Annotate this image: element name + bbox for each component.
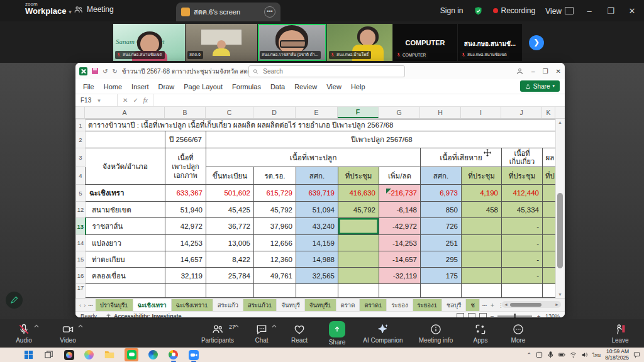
sheet-cell[interactable] bbox=[338, 268, 379, 284]
sheet-cell[interactable]: - bbox=[502, 235, 543, 251]
subheader-cell[interactable]: เพิ่ม/ลด bbox=[379, 167, 421, 185]
sheet-cell[interactable]: 501,602 bbox=[206, 185, 254, 202]
sign-in-button[interactable]: Sign in bbox=[440, 6, 464, 15]
row-header[interactable]: 15 bbox=[76, 251, 86, 268]
scroll-down-icon[interactable]: ▼ bbox=[558, 292, 562, 297]
column-header-E[interactable]: E bbox=[296, 107, 338, 118]
speaker-icon[interactable] bbox=[581, 351, 588, 358]
sheet-cell[interactable]: 37,960 bbox=[254, 218, 296, 235]
menu-formulas[interactable]: Formulas bbox=[232, 83, 261, 90]
scroll-up-icon[interactable]: ▲ bbox=[558, 120, 562, 124]
excel-title-bar[interactable]: ↺ ↻ ข้าวนาปี 2567-68 ตารางประชุมร่วมจังห… bbox=[75, 63, 565, 79]
leave-button[interactable]: Leave bbox=[604, 319, 636, 348]
accessibility-status[interactable]: Accessibility: Investigate bbox=[114, 313, 182, 317]
harvest-header-cell[interactable]: เนื้อที่เก็บเกี่ยว bbox=[502, 148, 543, 167]
sheet-cell[interactable] bbox=[462, 284, 502, 298]
sheet-cell[interactable]: 4,190 bbox=[462, 185, 502, 202]
district-name-cell[interactable]: สนามชัยเขต bbox=[86, 202, 165, 218]
video-tile[interactable]: สนง.กษอ.ราชสาส์น (อชาติ ดำ... bbox=[258, 24, 326, 61]
copilot-icon[interactable] bbox=[84, 350, 94, 360]
sheet-cell[interactable]: 45,425 bbox=[206, 202, 254, 218]
district-name-cell[interactable]: แปลงยาว bbox=[86, 235, 165, 251]
sheet-cell[interactable] bbox=[86, 284, 165, 298]
more-button[interactable]: More bbox=[502, 319, 535, 348]
tab-options-icon[interactable]: ••• bbox=[264, 6, 275, 18]
column-header-H[interactable]: H bbox=[420, 107, 461, 118]
redo-icon[interactable]: ↻ bbox=[112, 68, 117, 75]
minimize-button[interactable]: – bbox=[584, 6, 595, 16]
subheader-cell[interactable]: สศก. bbox=[296, 167, 338, 185]
sheet-tab[interactable]: ตราด bbox=[336, 299, 360, 311]
menu-review[interactable]: Review bbox=[294, 83, 317, 90]
menu-page-layout[interactable]: Page Layout bbox=[184, 83, 223, 90]
sheet-cell[interactable]: -216,737 bbox=[379, 185, 421, 202]
row-header[interactable]: 12 bbox=[76, 202, 86, 218]
vscroll-thumb[interactable] bbox=[557, 193, 563, 268]
sheet-cell[interactable] bbox=[338, 235, 379, 251]
recording-indicator[interactable]: Recording bbox=[493, 6, 536, 15]
sheet-tab[interactable]: ชลบุรี bbox=[442, 299, 466, 311]
sheet-cell[interactable]: 13,005 bbox=[206, 235, 254, 251]
subheader-cell[interactable]: ที่ประชุม bbox=[462, 167, 502, 185]
subheader-cell[interactable]: ขึ้นทะเบียน bbox=[206, 167, 254, 185]
sheet-cell[interactable]: 32,565 bbox=[296, 268, 338, 284]
audio-chevron-icon[interactable] bbox=[34, 324, 39, 328]
line-icon[interactable] bbox=[127, 350, 136, 359]
formula-input[interactable] bbox=[153, 94, 565, 106]
video-button[interactable]: Video bbox=[52, 319, 84, 348]
zoom-percentage[interactable]: 130% bbox=[545, 313, 560, 317]
district-name-cell[interactable]: ท่าตะเกียบ bbox=[86, 251, 165, 268]
tray-mic-icon[interactable] bbox=[547, 351, 554, 358]
sheet-tab[interactable]: ระยอง bbox=[387, 299, 413, 311]
language-indicator[interactable]: ไทย bbox=[592, 351, 601, 359]
sheet-cell[interactable]: 14,657 bbox=[165, 251, 206, 268]
sheet-tab[interactable]: ฉะเชิงเทรา1 bbox=[172, 299, 213, 311]
task-view-button[interactable] bbox=[44, 350, 54, 360]
close-button[interactable]: ✕ bbox=[626, 6, 638, 16]
next-videos-button[interactable]: ❯ bbox=[529, 35, 544, 50]
sheet-cell[interactable]: 175 bbox=[421, 268, 462, 284]
confirm-entry-icon[interactable]: ✓ bbox=[133, 97, 138, 104]
sheet-cell[interactable]: 295 bbox=[421, 251, 462, 268]
hscroll-thumb[interactable] bbox=[510, 303, 541, 307]
sheet-cell[interactable] bbox=[462, 268, 502, 284]
sheet-cell[interactable]: 12,656 bbox=[254, 235, 296, 251]
cancel-entry-icon[interactable]: ✕ bbox=[123, 97, 128, 104]
sheet-cell[interactable] bbox=[379, 284, 421, 298]
share-screen-button[interactable]: Share bbox=[321, 319, 353, 348]
page-break-view-icon[interactable] bbox=[479, 313, 487, 318]
sheet-cell[interactable]: -6,148 bbox=[379, 202, 421, 218]
chrome-icon[interactable] bbox=[169, 350, 179, 360]
edge-icon[interactable] bbox=[148, 350, 158, 360]
sheet-cell[interactable]: 458 bbox=[462, 202, 502, 218]
sheet-cell[interactable]: 42,972 bbox=[165, 218, 206, 235]
menu-draw[interactable]: Draw bbox=[158, 83, 175, 90]
search-box[interactable] bbox=[248, 65, 405, 77]
row-header[interactable]: 16 bbox=[76, 268, 86, 284]
column-header-I[interactable]: I bbox=[461, 107, 501, 118]
tab-overflow-icon[interactable]: ••• bbox=[88, 303, 92, 307]
vertical-scrollbar[interactable]: ▲ ▼ bbox=[555, 119, 565, 298]
ai-companion-button[interactable]: AI Companion bbox=[358, 319, 408, 348]
row-header[interactable]: 1 bbox=[76, 119, 86, 131]
sheet-cell[interactable]: 615,729 bbox=[254, 185, 296, 202]
react-button[interactable]: React bbox=[283, 319, 316, 348]
sheet-tab[interactable]: ระยอง1 bbox=[413, 299, 442, 311]
sheet-cell[interactable]: 49,761 bbox=[254, 268, 296, 284]
apps-button[interactable]: Apps bbox=[464, 319, 497, 348]
audio-button[interactable]: Audio bbox=[8, 319, 40, 348]
restore-button[interactable]: ❐ bbox=[605, 6, 616, 16]
menu-file[interactable]: File bbox=[83, 83, 94, 90]
sheet-cell[interactable]: 412,440 bbox=[502, 185, 543, 202]
sheet-cell[interactable] bbox=[206, 284, 254, 298]
sheet-tab[interactable]: ฉะเชิงเทรา bbox=[133, 299, 172, 311]
row-header[interactable]: 5 bbox=[76, 185, 86, 202]
tab-shared-screen[interactable]: สตค.6's screen ••• bbox=[176, 3, 280, 21]
sheet-cell[interactable]: -14,657 bbox=[379, 251, 421, 268]
tab-overflow2-icon[interactable]: ••• bbox=[482, 303, 487, 307]
sheet-cell[interactable] bbox=[462, 235, 502, 251]
excel-close-button[interactable]: ✕ bbox=[556, 68, 561, 75]
sheet-cell[interactable]: -14,253 bbox=[379, 235, 421, 251]
district-name-cell[interactable]: ราชสาส์น bbox=[86, 218, 165, 235]
sheet-cell[interactable]: 416,630 bbox=[338, 185, 379, 202]
